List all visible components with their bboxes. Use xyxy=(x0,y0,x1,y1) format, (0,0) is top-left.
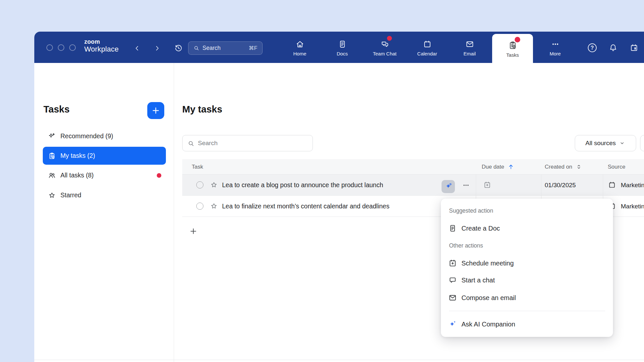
window-control-close[interactable] xyxy=(46,44,53,51)
tasks-sidebar: Tasks Recommended (9) My tasks (2) xyxy=(34,63,174,362)
menu-item-ask-ai-companion[interactable]: Ask AI Companion xyxy=(448,319,515,329)
search-input[interactable] xyxy=(183,135,313,151)
zoom-workplace-window: zoom Workplace Search ⌘F Home xyxy=(34,32,644,362)
team-chat-badge xyxy=(387,36,392,41)
nav-label: Tasks xyxy=(506,52,519,58)
sidebar-item-all-tasks[interactable]: All tasks (8) xyxy=(43,166,166,184)
forward-chevron-icon[interactable] xyxy=(153,44,161,52)
calendar-plus-icon xyxy=(448,259,457,267)
team-chat-icon xyxy=(380,40,389,49)
sort-icon xyxy=(575,163,582,170)
nav-item-tasks-active[interactable]: Tasks xyxy=(492,34,533,63)
star-icon xyxy=(48,191,56,199)
global-search-bar[interactable]: Search ⌘F xyxy=(188,41,263,55)
back-chevron-icon[interactable] xyxy=(133,44,141,52)
task-title[interactable]: Lea to finalize next month’s content cal… xyxy=(222,196,389,217)
task-row-1[interactable]: Lea to create a blog post to announce th… xyxy=(182,174,644,196)
column-header-created-on[interactable]: Created on xyxy=(545,159,582,174)
sidebar-title: Tasks xyxy=(43,104,70,115)
email-icon xyxy=(465,40,474,49)
sidebar-item-my-tasks[interactable]: My tasks (2) xyxy=(43,147,166,165)
logo-zoom: zoom xyxy=(84,39,119,45)
history-icon[interactable] xyxy=(174,44,183,53)
envelope-icon xyxy=(448,294,457,302)
column-header-source[interactable]: Source xyxy=(608,159,625,174)
nav-label: Home xyxy=(293,51,306,56)
help-glyph: ? xyxy=(591,45,594,51)
sidebar-item-starred[interactable]: Starred xyxy=(43,186,166,204)
calendar-icon xyxy=(423,40,432,49)
window-control-maximize[interactable] xyxy=(69,44,76,51)
cell-divider xyxy=(476,174,476,195)
star-icon[interactable] xyxy=(210,202,218,210)
sidebar-item-label: My tasks (2) xyxy=(60,152,95,159)
nav-item-email[interactable]: Email xyxy=(453,32,487,63)
nav-label: Calendar xyxy=(417,51,437,56)
top-navbar: zoom Workplace Search ⌘F Home xyxy=(34,32,644,63)
source-calendar-icon xyxy=(608,181,616,189)
chevron-down-icon xyxy=(619,140,625,146)
window-control-minimize[interactable] xyxy=(58,44,64,51)
created-on-value: 01/30/2025 xyxy=(545,174,576,196)
calendar-date-icon[interactable] xyxy=(630,43,638,52)
column-header-task[interactable]: Task xyxy=(192,159,203,174)
chat-bubble-icon xyxy=(448,276,457,284)
sidebar-item-label: Recommended (9) xyxy=(60,132,113,140)
search-icon xyxy=(193,45,200,51)
column-header-due-date[interactable]: Due date xyxy=(482,159,514,174)
zoom-workplace-logo: zoom Workplace xyxy=(84,39,119,53)
nav-label: Team Chat xyxy=(373,51,397,56)
ai-companion-button[interactable] xyxy=(442,180,455,193)
sidebar-item-label: All tasks (8) xyxy=(60,172,94,179)
menu-section-label: Other actions xyxy=(449,242,483,249)
star-icon[interactable] xyxy=(210,181,218,189)
add-task-button[interactable] xyxy=(147,102,164,119)
bottom-divider xyxy=(34,360,644,360)
all-sources-label: All sources xyxy=(586,140,616,147)
sidebar-item-recommended[interactable]: Recommended (9) xyxy=(43,127,166,145)
nav-item-home[interactable]: Home xyxy=(283,32,317,63)
task-title[interactable]: Lea to create a blog post to announce th… xyxy=(222,174,383,196)
task-actions-menu: Suggested action Create a Doc Other acti… xyxy=(441,199,613,337)
more-icon xyxy=(551,40,560,49)
notifications-bell-icon[interactable] xyxy=(609,43,618,52)
source-value: Marketing xyxy=(621,174,644,196)
nav-item-calendar[interactable]: Calendar xyxy=(410,32,444,63)
menu-divider xyxy=(449,311,605,311)
task-complete-checkbox[interactable] xyxy=(196,203,203,210)
add-task-row-button[interactable] xyxy=(189,227,198,235)
desktop: zoom Workplace Search ⌘F Home xyxy=(0,0,644,362)
help-icon[interactable]: ? xyxy=(588,43,597,52)
all-tasks-badge xyxy=(157,173,161,178)
partial-filter-button[interactable] xyxy=(640,135,644,151)
cell-divider xyxy=(603,174,603,195)
home-icon xyxy=(296,40,304,49)
sidebar-item-label: Starred xyxy=(60,191,81,199)
search-shortcut: ⌘F xyxy=(249,45,257,51)
source-value: Marketing xyxy=(621,196,644,217)
nav-label: Email xyxy=(463,51,476,56)
clipboard-check-icon xyxy=(48,152,56,160)
menu-item-schedule-meeting[interactable]: Schedule meeting xyxy=(448,258,514,268)
nav-item-team-chat[interactable]: Team Chat xyxy=(368,32,402,63)
cell-divider xyxy=(541,174,541,195)
plus-icon xyxy=(151,106,160,115)
task-complete-checkbox[interactable] xyxy=(196,181,203,189)
sparkle-icon xyxy=(48,132,56,140)
all-sources-dropdown[interactable]: All sources xyxy=(575,135,636,151)
nav-label: More xyxy=(550,51,561,56)
menu-section-label: Suggested action xyxy=(449,207,493,214)
add-due-date-icon[interactable] xyxy=(483,181,491,189)
tasks-search-field[interactable] xyxy=(182,135,313,151)
ai-sparkle-icon xyxy=(444,182,453,191)
my-tasks-panel: My tasks All sources Task Due date xyxy=(174,63,644,362)
more-actions-icon[interactable] xyxy=(462,181,470,189)
ai-sparkle-icon xyxy=(448,320,457,328)
menu-item-compose-email[interactable]: Compose an email xyxy=(448,293,516,303)
nav-item-more[interactable]: More xyxy=(538,32,572,63)
nav-item-docs[interactable]: Docs xyxy=(325,32,359,63)
search-placeholder: Search xyxy=(202,45,246,52)
menu-item-start-chat[interactable]: Start a chat xyxy=(448,275,495,285)
doc-icon xyxy=(448,224,457,233)
menu-item-create-doc[interactable]: Create a Doc xyxy=(448,223,500,234)
